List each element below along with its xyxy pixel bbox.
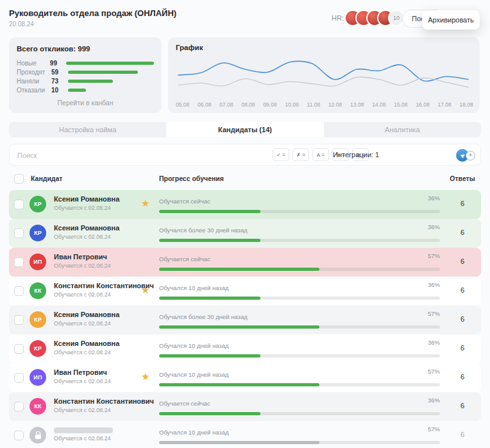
table-row[interactable]: КР Ксения Романовна Обучается с 02.08.24… [9,306,481,334]
table-row[interactable]: ИП Иван Петрович Обучается с 02.08.24 ★ … [9,363,481,392]
row-checkbox[interactable] [14,344,24,354]
progress-percent: 57% [428,252,440,259]
candidate-name: Константин Константинович [54,282,154,289]
row-checkbox[interactable] [14,431,24,440]
table-row[interactable]: Обучается с 02.08.24 Обучался 10 дней на… [9,421,481,448]
avatar: КР [30,340,46,357]
cross-filter-button[interactable]: ✗≡ [292,148,309,161]
candidate-name: Ксения Романовна [54,224,119,232]
training-progress: Обучался 10 дней назад 57% [159,368,440,386]
progress-bar [159,354,440,358]
training-progress: Обучался 10 дней назад 57% [159,426,440,444]
avatar-initials: ИП [33,259,42,265]
training-status: Обучается сейчас [159,198,210,205]
table-row[interactable]: КК Константин Константинович Обучается с… [9,277,481,306]
training-progress: Обучается сейчас 36% [159,397,440,415]
row-checkbox[interactable] [14,286,24,296]
table-row[interactable]: КР Ксения Романовна Обучается с 02.08.24… [9,219,481,248]
row-checkbox[interactable] [14,315,24,325]
gray-series [178,77,468,87]
lock-icon [35,435,41,439]
x-tick-label: 18.08 [460,101,473,108]
row-checkbox[interactable] [14,257,24,267]
table-row[interactable]: КР Ксения Романовна Обучается с 02.08.24… [9,334,481,363]
candidate-subtitle: Обучается с 02.08.24 [54,234,119,240]
row-checkbox[interactable] [14,228,24,238]
candidate-subtitle: Обучается с 02.08.24 [54,263,111,269]
select-all-checkbox[interactable] [14,174,24,184]
stat-value: 10 [51,87,68,94]
x-tick-label: 15.08 [394,101,407,108]
progress-bar [159,239,440,242]
stat-bar [68,89,86,92]
tab-bar: Настройка наймаКандидаты (14)Аналитика [9,122,481,137]
stat-label: Проходят [17,69,51,76]
row-checkbox[interactable] [14,402,24,411]
answers-count: 6 [446,228,478,236]
training-status: Обучался 10 дней назад [159,284,229,291]
tab-0[interactable]: Настройка найма [9,122,166,137]
answers-count: 6 [446,373,478,381]
training-progress: Обучался 10 дней назад 36% [159,339,440,358]
table-row[interactable]: КК Константин Константинович Обучается с… [9,392,481,421]
avatar: КР [30,196,46,212]
avatar: КК [30,282,46,299]
hr-label: HR: [332,14,344,22]
row-checkbox[interactable] [14,373,24,383]
star-icon[interactable]: ★ [141,198,149,209]
stat-bar [66,62,154,65]
answers-count: 6 [446,402,478,409]
letter-filter-button[interactable]: А≡ [312,148,329,161]
x-tick-label: 11.08 [307,101,321,108]
candidate-subtitle: Обучается с 02.08.24 [54,407,154,413]
avatar-initials: КР [34,316,42,323]
candidate-name: Константин Константинович [54,397,154,405]
progress-fill [159,210,260,213]
progress-fill [159,441,319,444]
x-tick-label: 05.08 [176,101,189,108]
candidate-name: Ксения Романовна [54,340,119,347]
x-tick-label: 06.08 [198,101,211,108]
stat-row: Наняли 73 [17,76,154,85]
stat-row: Новые 99 [17,58,154,67]
candidate-info: Константин Константинович Обучается с 02… [54,282,154,298]
candidate-subtitle: Обучается с 02.08.24 [54,205,119,211]
training-progress: Обучался более 30 дней назад 36% [159,223,440,242]
avatar-initials: КК [34,288,42,294]
check-filter-button[interactable]: ✓≡ [273,148,289,161]
stat-value: 59 [51,69,68,76]
progress-fill [159,268,319,271]
progress-percent: 57% [428,368,440,375]
line-chart [173,53,475,96]
page-title: Руководитель отдела продаж (ОНЛАЙН) [9,8,176,18]
progress-fill [159,383,319,386]
tab-1[interactable]: Кандидаты (14) [166,122,323,137]
progress-percent: 36% [428,223,440,230]
avatar: КР [30,311,46,328]
training-progress: Обучался более 30 дней назад 57% [159,310,440,329]
progress-percent: 36% [428,339,440,346]
add-integration-button[interactable]: + [466,151,475,160]
tab-2[interactable]: Аналитика [324,122,481,137]
training-progress: Обучается сейчас 36% [159,194,440,213]
training-progress: Обучается сейчас 57% [159,252,440,271]
star-icon[interactable]: ★ [141,284,149,296]
avatar-initials: КР [34,201,42,207]
table-row[interactable]: КР Ксения Романовна Обучается с 02.08.24… [9,190,481,219]
table-row[interactable]: ИП Иван Петрович Обучается с 02.08.24 Об… [9,248,481,277]
x-tick-label: 07.08 [219,101,233,108]
stat-value: 99 [50,60,66,67]
stat-row: Отказали 10 [17,85,154,94]
hr-avatar-stack[interactable]: 10 [344,10,405,26]
integrations-label: Интеграции: 1 [333,151,379,159]
kanban-link[interactable]: Перейти в канбан [9,99,162,107]
archive-menu-item[interactable]: Архивировать [422,10,480,30]
row-checkbox[interactable] [14,200,24,209]
star-icon[interactable]: ★ [141,371,149,383]
progress-bar [159,268,440,271]
stats-title: Всего откликов: 999 [17,45,90,53]
answers-count: 6 [446,200,478,207]
candidate-name: Ксения Романовна [54,311,119,318]
search-input[interactable] [17,149,210,162]
progress-percent: 57% [428,310,440,317]
